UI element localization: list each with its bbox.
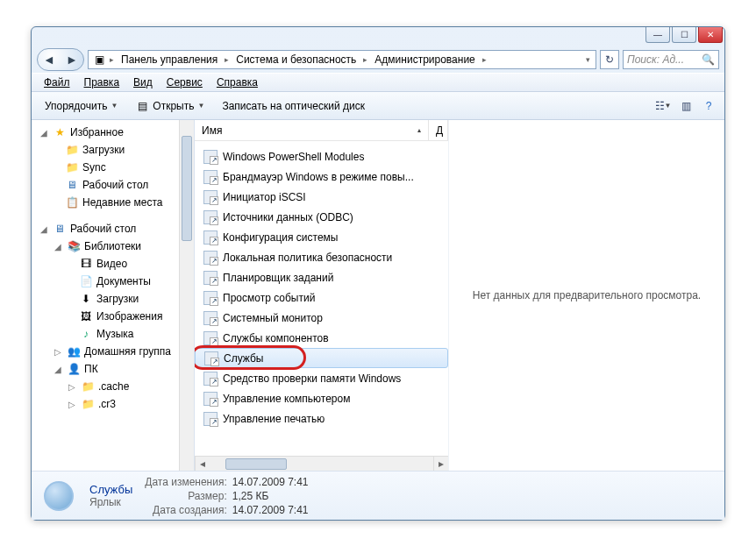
minimize-button[interactable]: — [645,27,670,43]
chevron-down-icon[interactable]: ▾ [584,55,592,64]
nav-music[interactable]: ♪Музыка [32,325,194,343]
chevron-right-icon[interactable]: ▸ [481,55,489,64]
chevron-right-icon[interactable]: ▸ [361,55,369,64]
nav-pc[interactable]: ◢👤ПК [32,360,194,378]
chevron-right-icon[interactable]: ▸ [108,55,116,64]
back-button[interactable]: ◄ [38,49,61,70]
menu-tools[interactable]: Сервис [161,74,208,90]
file-row[interactable]: Инициатор iSCSI [195,187,448,207]
breadcrumb-item[interactable]: Панель управления [118,53,221,66]
content-area: ◢★Избранное 📁Загрузки 📁Sync 🖥Рабочий сто… [32,120,724,471]
star-icon: ★ [53,125,67,139]
shortcut-icon [203,210,218,224]
file-row[interactable]: Службы [195,348,448,368]
breadcrumb-item[interactable]: Администрирование [371,53,478,66]
nav-libraries[interactable]: ◢📚Библиотеки [32,238,194,255]
expand-icon[interactable]: ▷ [67,382,77,392]
details-type: Ярлык [89,496,132,508]
control-panel-icon: ▣ [92,53,106,67]
nav-downloads-lib[interactable]: ⬇Загрузки [32,290,194,308]
scroll-thumb[interactable] [225,458,287,470]
list-pane: Имя▴ Д Windows PowerShell ModulesБрандма… [195,120,724,471]
maximize-button[interactable]: ☐ [672,27,696,43]
file-row[interactable]: Планировщик заданий [195,267,448,287]
file-row[interactable]: Брандмауэр Windows в режиме повы... [195,167,448,187]
file-row[interactable]: Источники данных (ODBC) [195,207,448,227]
menu-help[interactable]: Справка [211,74,263,90]
burn-button[interactable]: Записать на оптический диск [214,96,373,116]
col-date[interactable]: Д [429,120,448,140]
shortcut-icon [203,251,218,265]
col-name[interactable]: Имя▴ [195,120,429,140]
nav-videos[interactable]: 🎞Видео [32,255,194,273]
search-input[interactable]: Поиск: Ад... 🔍 [623,50,719,69]
file-row[interactable]: Windows PowerShell Modules [195,146,448,167]
open-button[interactable]: ▤Открыть▼ [127,96,212,117]
downloads-icon: ⬇ [79,292,93,306]
refresh-button[interactable]: ↻ [600,50,619,69]
file-row[interactable]: Конфигурация системы [195,227,448,247]
file-row[interactable]: Управление печатью [195,408,448,429]
forward-button[interactable]: ► [61,49,83,70]
scroll-right-icon[interactable]: ▸ [433,457,448,472]
collapse-icon[interactable]: ◢ [53,365,63,374]
command-bar: Упорядочить▼ ▤Открыть▼ Записать на оптич… [32,92,724,120]
meta-value: 1,25 КБ [232,490,309,502]
shortcut-icon [203,372,218,386]
file-row[interactable]: Локальная политика безопасности [195,247,448,267]
file-column: Имя▴ Д Windows PowerShell ModulesБрандма… [195,120,449,471]
nav-scrollbar[interactable] [179,120,194,471]
nav-favorites[interactable]: ◢★Избранное [32,124,194,141]
expand-icon[interactable]: ▷ [67,400,77,409]
homegroup-icon: 👥 [67,344,81,358]
nav-desktop-fav[interactable]: 🖥Рабочий стол [32,176,194,194]
meta-value: 14.07.2009 7:41 [232,476,309,488]
shortcut-icon [203,230,218,245]
collapse-icon[interactable]: ◢ [39,128,49,138]
file-name: Брандмауэр Windows в режиме повы... [223,171,414,183]
nav-documents[interactable]: 📄Документы [32,273,194,290]
folder-icon: 📁 [65,143,79,157]
expand-icon[interactable]: ▷ [53,347,63,357]
breadcrumb-item[interactable]: Система и безопасность [232,53,360,66]
menu-edit[interactable]: Правка [79,74,125,90]
file-row[interactable]: Средство проверки памяти Windows [195,368,448,388]
file-row[interactable]: Просмотр событий [195,287,448,308]
file-name: Инициатор iSCSI [223,191,306,203]
file-row[interactable]: Системный монитор [195,308,448,328]
organize-button[interactable]: Упорядочить▼ [37,96,125,116]
collapse-icon[interactable]: ◢ [53,242,63,252]
close-button[interactable]: ✕ [698,27,723,43]
file-name: Управление компьютером [223,393,350,405]
breadcrumb-bar[interactable]: ▣ ▸ Панель управления ▸ Система и безопа… [88,50,596,69]
file-name: Просмотр событий [223,292,315,304]
file-row[interactable]: Службы компонентов [195,328,448,348]
chevron-right-icon[interactable]: ▸ [223,55,231,64]
shortcut-icon [204,351,218,365]
menu-bar: Файл Правка Вид Сервис Справка [32,73,724,92]
nav-cache[interactable]: ▷📁.cache [32,378,194,395]
file-row[interactable]: Управление компьютером [195,388,448,408]
nav-sync[interactable]: 📁Sync [32,159,194,176]
collapse-icon[interactable]: ◢ [39,224,49,234]
navigation-pane: ◢★Избранное 📁Загрузки 📁Sync 🖥Рабочий сто… [32,120,195,471]
view-options-button[interactable]: ☷ ▼ [653,96,674,116]
nav-homegroup[interactable]: ▷👥Домашняя группа [32,343,194,360]
help-button[interactable]: ? [698,96,719,116]
preview-pane-button[interactable]: ▥ [675,96,696,116]
nav-pictures[interactable]: 🖼Изображения [32,308,194,325]
nav-downloads[interactable]: 📁Загрузки [32,141,194,159]
nav-cr3[interactable]: ▷📁.cr3 [32,395,194,413]
scroll-left-icon[interactable]: ◂ [195,457,210,472]
search-icon[interactable]: 🔍 [702,53,715,66]
picture-icon: 🖼 [79,309,93,323]
meta-key: Размер: [145,490,227,502]
nav-desktop[interactable]: ◢🖥Рабочий стол [32,220,194,238]
file-name: Системный монитор [223,312,323,324]
preview-empty-text: Нет данных для предварительного просмотр… [473,289,701,301]
menu-file[interactable]: Файл [39,74,75,90]
nav-recent[interactable]: 📋Недавние места [32,194,194,211]
menu-view[interactable]: Вид [128,74,158,90]
details-title: Службы [89,483,132,496]
horizontal-scrollbar[interactable]: ◂ ▸ [195,456,448,471]
